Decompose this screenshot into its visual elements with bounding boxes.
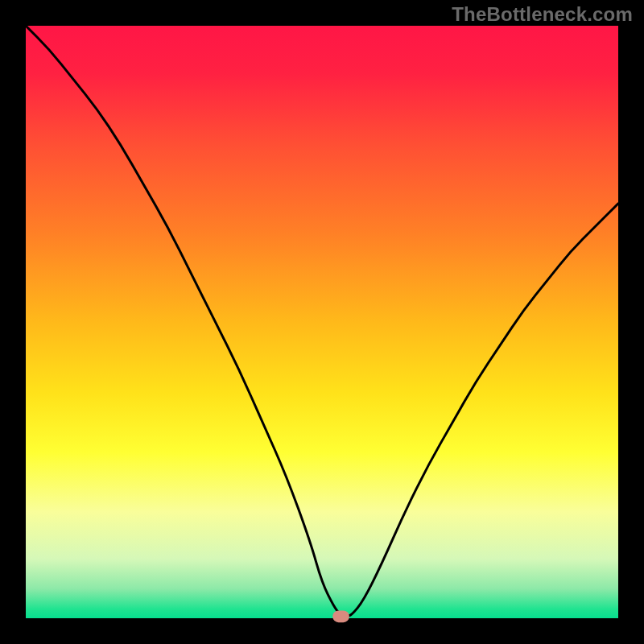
chart-frame: TheBottleneck.com (0, 0, 644, 644)
gradient-background (26, 26, 618, 618)
bottleneck-chart (0, 0, 644, 644)
watermark-text: TheBottleneck.com (452, 3, 633, 26)
optimum-marker (332, 610, 349, 622)
